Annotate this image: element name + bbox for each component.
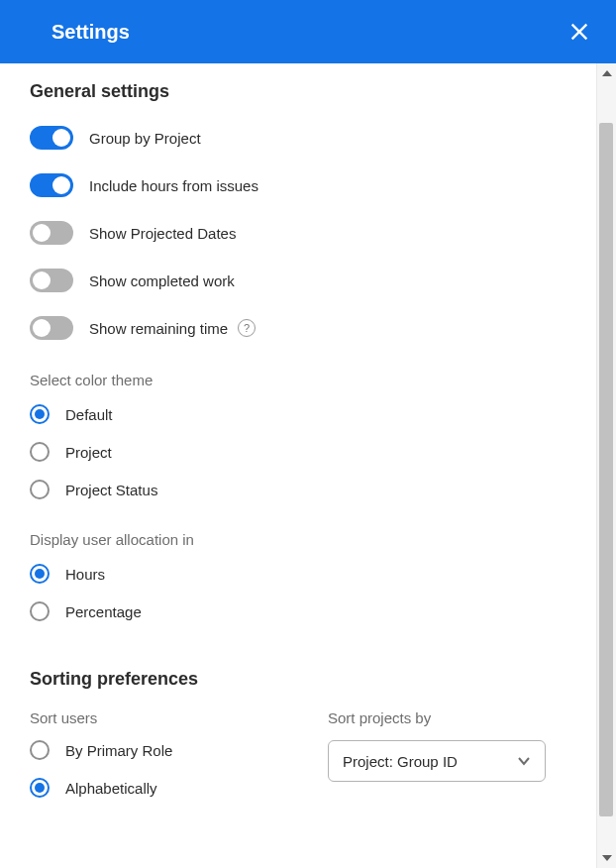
sort-projects-label: Sort projects by <box>328 709 566 726</box>
radio-button <box>30 601 50 621</box>
scrollbar-down-button[interactable] <box>597 848 616 868</box>
toggle-switch[interactable] <box>30 316 73 340</box>
scroll-container: General settings Group by Project Includ… <box>0 63 616 868</box>
toggle-show-completed-work: Show completed work <box>30 269 566 292</box>
general-settings-title: General settings <box>30 81 566 102</box>
radio-label: Percentage <box>65 603 142 620</box>
radio-dot <box>35 409 45 419</box>
toggle-knob <box>33 319 51 337</box>
toggle-label: Show remaining time <box>89 320 228 337</box>
radio-button <box>30 442 50 462</box>
radio-label: Project Status <box>65 482 157 498</box>
toggle-switch[interactable] <box>30 126 73 150</box>
sort-users-label: Sort users <box>30 709 268 726</box>
radio-label: Project <box>65 444 112 461</box>
toggle-show-remaining-time: Show remaining time ? <box>30 316 566 340</box>
radio-color-project[interactable]: Project <box>30 442 566 462</box>
radio-button <box>30 404 50 424</box>
toggle-knob <box>33 224 51 242</box>
radio-button <box>30 564 50 584</box>
sort-projects-column: Sort projects by Project: Group ID <box>328 709 566 815</box>
close-icon[interactable] <box>568 21 590 43</box>
radio-dot <box>35 569 45 579</box>
select-value: Project: Group ID <box>343 753 458 770</box>
scrollbar-thumb[interactable] <box>599 123 613 816</box>
arrow-up-icon <box>602 70 612 76</box>
toggle-knob <box>52 176 70 194</box>
radio-allocation-percentage[interactable]: Percentage <box>30 601 566 621</box>
toggle-switch[interactable] <box>30 269 73 292</box>
settings-content: General settings Group by Project Includ… <box>0 63 596 855</box>
radio-button <box>30 480 50 499</box>
radio-button <box>30 740 50 760</box>
radio-color-default[interactable]: Default <box>30 404 566 424</box>
radio-label: Alphabetically <box>65 780 157 797</box>
toggle-label: Group by Project <box>89 130 201 147</box>
toggle-label: Show Projected Dates <box>89 225 236 242</box>
settings-title: Settings <box>51 21 130 44</box>
sort-projects-select[interactable]: Project: Group ID <box>328 740 546 782</box>
sort-users-column: Sort users By Primary Role Alphabeticall… <box>30 709 268 815</box>
sort-columns: Sort users By Primary Role Alphabeticall… <box>30 709 566 815</box>
sorting-preferences-title: Sorting preferences <box>30 669 566 690</box>
scrollbar-up-button[interactable] <box>597 63 616 83</box>
radio-color-project-status[interactable]: Project Status <box>30 480 566 499</box>
toggle-label: Include hours from issues <box>89 177 258 194</box>
arrow-down-icon <box>602 855 612 861</box>
toggle-group-by-project: Group by Project <box>30 126 566 150</box>
chevron-down-icon <box>517 754 531 768</box>
toggle-knob <box>52 129 70 147</box>
radio-allocation-hours[interactable]: Hours <box>30 564 566 584</box>
toggle-show-projected-dates: Show Projected Dates <box>30 221 566 245</box>
toggle-switch[interactable] <box>30 173 73 197</box>
scrollbar[interactable] <box>596 63 616 868</box>
toggle-label: Show completed work <box>89 272 235 289</box>
toggle-knob <box>33 271 51 289</box>
radio-dot <box>35 783 45 793</box>
radio-label: Hours <box>65 566 105 583</box>
help-icon[interactable]: ? <box>238 319 256 337</box>
settings-header: Settings <box>0 0 616 63</box>
radio-button <box>30 778 50 798</box>
toggle-include-hours-issues: Include hours from issues <box>30 173 566 197</box>
radio-label: By Primary Role <box>65 742 172 759</box>
radio-sort-primary-role[interactable]: By Primary Role <box>30 740 268 760</box>
allocation-label: Display user allocation in <box>30 531 566 548</box>
toggle-switch[interactable] <box>30 221 73 245</box>
color-theme-label: Select color theme <box>30 372 566 388</box>
radio-label: Default <box>65 406 113 423</box>
radio-sort-alphabetically[interactable]: Alphabetically <box>30 778 268 798</box>
